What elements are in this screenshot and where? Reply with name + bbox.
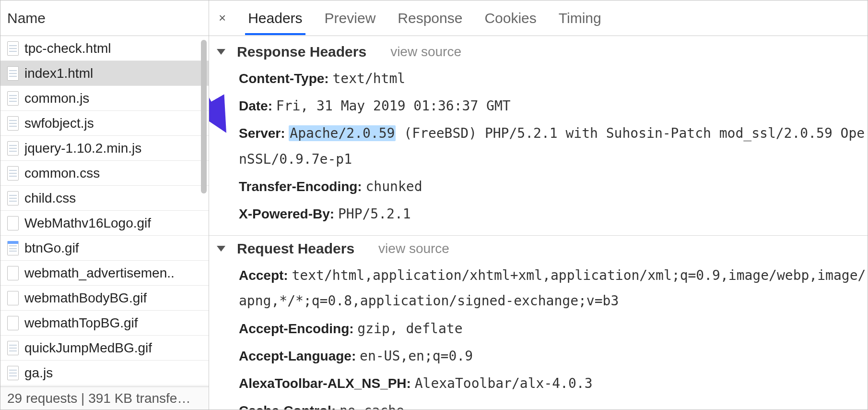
header-key: Date:: [239, 98, 272, 113]
file-name-label: index1.html: [24, 66, 93, 81]
section-divider: [209, 235, 868, 236]
requests-summary: 29 requests | 391 KB transfe…: [0, 386, 209, 410]
header-key: Accept-Encoding:: [239, 321, 354, 336]
file-name-label: jquery-1.10.2.min.js: [24, 141, 141, 156]
request-headers-list: Accept: text/html,application/xhtml+xml,…: [217, 263, 868, 410]
header-key: Content-Type:: [239, 71, 329, 86]
header-alexa-toolbar: AlexaToolbar-ALX_NS_PH: AlexaToolbar/alx…: [239, 371, 868, 396]
name-column-header[interactable]: Name: [0, 0, 209, 36]
table-row[interactable]: common.js: [0, 86, 209, 111]
requests-list-pane: Name tpc-check.htmlindex1.htmlcommon.jss…: [0, 0, 209, 410]
table-row[interactable]: tpc-check.html: [0, 36, 209, 61]
close-icon[interactable]: ×: [216, 11, 229, 25]
request-detail-pane: × Headers Preview Response Cookies Timin…: [209, 0, 868, 410]
disclosure-triangle-icon[interactable]: [217, 246, 225, 252]
file-name-label: webmath_advertisemen..: [24, 265, 175, 281]
file-icon: [7, 216, 19, 230]
file-name-label: common.css: [24, 166, 100, 181]
table-row[interactable]: WebMathv16Logo.gif: [0, 211, 209, 236]
file-icon: [7, 291, 19, 305]
headers-content: Response Headers view source Content-Typ…: [209, 36, 868, 410]
file-name-label: tpc-check.html: [24, 41, 111, 56]
file-name-label: ga.js: [24, 365, 53, 381]
tab-preview[interactable]: Preview: [322, 1, 379, 35]
file-icon: [7, 41, 19, 56]
file-name-label: webmathTopBG.gif: [24, 315, 138, 331]
header-date: Date: Fri, 31 May 2019 01:36:37 GMT: [239, 93, 868, 119]
file-icon: [7, 191, 19, 205]
file-name-label: child.css: [24, 191, 76, 206]
table-row[interactable]: swfobject.js: [0, 111, 209, 136]
table-row[interactable]: webmathTopBG.gif: [0, 311, 209, 336]
tab-headers[interactable]: Headers: [245, 1, 305, 35]
file-name-label: btnGo.gif: [24, 241, 79, 256]
header-accept-language: Accept-Language: en-US,en;q=0.9: [239, 343, 868, 369]
table-row[interactable]: webmath_advertisemen..: [0, 261, 209, 286]
file-icon: [7, 341, 19, 355]
file-icon: [7, 91, 19, 106]
scrollbar[interactable]: [199, 36, 209, 386]
file-icon: [7, 366, 19, 380]
file-name-label: quickJumpMedBG.gif: [24, 340, 152, 356]
header-value: chunked: [365, 179, 422, 194]
header-server: Server: Apache/2.0.59 (FreeBSD) PHP/5.2.…: [239, 121, 868, 171]
file-name-label: common.js: [24, 91, 89, 106]
tab-cookies[interactable]: Cookies: [481, 1, 539, 35]
header-content-type: Content-Type: text/html: [239, 66, 868, 91]
view-source-link[interactable]: view source: [378, 241, 449, 256]
header-value: AlexaToolbar/alx-4.0.3: [415, 375, 593, 391]
header-value: text/html,application/xhtml+xml,applicat…: [239, 267, 866, 309]
devtools-network-panel: Name tpc-check.htmlindex1.htmlcommon.jss…: [0, 0, 868, 410]
table-row[interactable]: webmathBodyBG.gif: [0, 286, 209, 311]
header-value: no-cache: [340, 403, 404, 410]
file-icon: [7, 241, 19, 255]
header-key: Server:: [239, 126, 285, 141]
file-icon: [7, 66, 19, 81]
header-key: AlexaToolbar-ALX_NS_PH:: [239, 376, 411, 391]
header-value: Fri, 31 May 2019 01:36:37 GMT: [276, 98, 511, 114]
scrollbar-thumb[interactable]: [201, 40, 207, 193]
file-icon: [7, 166, 19, 181]
tab-timing[interactable]: Timing: [556, 1, 604, 35]
header-key: Cache-Control:: [239, 403, 336, 410]
table-row[interactable]: child.css: [0, 186, 209, 211]
file-icon: [7, 141, 19, 156]
request-headers-title: Request Headers: [237, 241, 354, 257]
header-value: text/html: [332, 71, 405, 86]
header-key: X-Powered-By:: [239, 206, 334, 221]
header-accept-encoding: Accept-Encoding: gzip, deflate: [239, 316, 868, 341]
header-value: en-US,en;q=0.9: [360, 348, 473, 364]
header-value: Apache/2.0.59 (FreeBSD) PHP/5.2.1 with S…: [239, 125, 865, 167]
header-value: PHP/5.2.1: [338, 206, 411, 222]
table-row[interactable]: ga.js: [0, 361, 209, 386]
disclosure-triangle-icon[interactable]: [217, 49, 225, 55]
file-name-label: swfobject.js: [24, 116, 94, 131]
detail-tabs: × Headers Preview Response Cookies Timin…: [209, 0, 868, 36]
file-icon: [7, 266, 19, 280]
header-x-powered-by: X-Powered-By: PHP/5.2.1: [239, 201, 868, 227]
file-list: tpc-check.htmlindex1.htmlcommon.jsswfobj…: [0, 36, 209, 386]
header-accept: Accept: text/html,application/xhtml+xml,…: [239, 263, 868, 314]
request-headers-section[interactable]: Request Headers view source: [217, 241, 868, 257]
header-transfer-encoding: Transfer-Encoding: chunked: [239, 174, 868, 199]
header-key: Accept-Language:: [239, 349, 356, 363]
response-headers-section[interactable]: Response Headers view source: [217, 44, 868, 60]
file-name-label: webmathBodyBG.gif: [24, 290, 147, 306]
table-row[interactable]: common.css: [0, 161, 209, 186]
header-cache-control: Cache-Control: no-cache: [239, 398, 868, 410]
table-row[interactable]: jquery-1.10.2.min.js: [0, 136, 209, 161]
file-name-label: WebMathv16Logo.gif: [24, 216, 151, 231]
response-headers-title: Response Headers: [237, 44, 366, 60]
highlighted-text: Apache/2.0.59: [289, 125, 396, 141]
table-row[interactable]: quickJumpMedBG.gif: [0, 336, 209, 361]
file-icon: [7, 116, 19, 131]
table-row[interactable]: btnGo.gif: [0, 236, 209, 261]
tab-response[interactable]: Response: [395, 1, 465, 35]
header-value: gzip, deflate: [357, 321, 462, 337]
file-icon: [7, 316, 19, 330]
view-source-link[interactable]: view source: [390, 44, 461, 60]
table-row[interactable]: index1.html: [0, 61, 209, 86]
header-key: Transfer-Encoding:: [239, 179, 362, 194]
response-headers-list: Content-Type: text/html Date: Fri, 31 Ma…: [217, 66, 868, 227]
header-key: Accept:: [239, 268, 288, 283]
